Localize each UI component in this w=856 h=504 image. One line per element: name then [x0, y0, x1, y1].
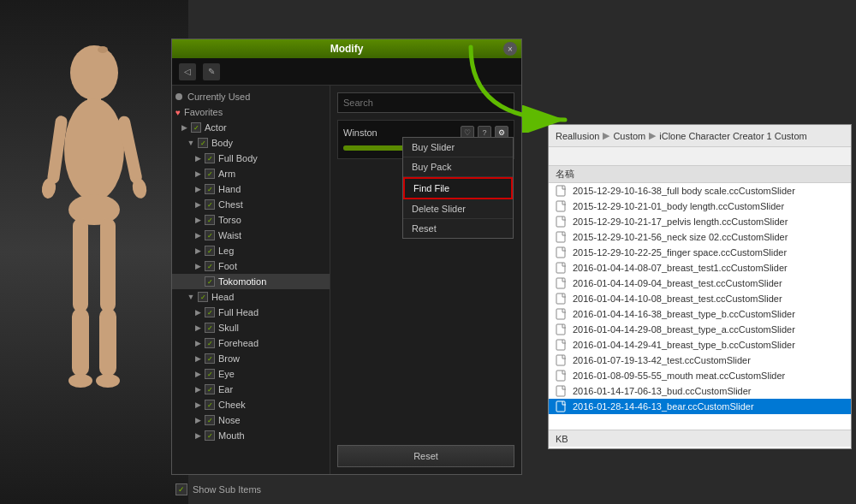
tree-hand[interactable]: ▶ ✓ Hand — [172, 181, 330, 197]
file-item[interactable]: 2015-12-29-10-22-25_finger space.ccCusto… — [549, 245, 851, 260]
expand-tokomotion[interactable] — [193, 276, 203, 287]
reset-button[interactable]: Reset — [337, 445, 514, 467]
file-list[interactable]: 2015-12-29-10-16-38_full body scale.ccCu… — [549, 183, 851, 430]
currently-used-item[interactable]: Currently Used — [172, 89, 330, 104]
checkbox-nose[interactable]: ✓ — [205, 415, 215, 425]
svg-rect-11 — [100, 218, 116, 312]
expand-full-body[interactable]: ▶ — [193, 153, 203, 163]
favorites-item[interactable]: ♥ Favorites — [172, 104, 330, 120]
tree-arm[interactable]: ▶ ✓ Arm — [172, 166, 330, 181]
cheek-label: Cheek — [218, 400, 326, 410]
file-item[interactable]: 2016-01-07-19-13-42_test.ccCustomSlider — [549, 353, 851, 368]
find-file-item[interactable]: Find File — [403, 177, 513, 199]
back-icon[interactable]: ◁ — [179, 63, 196, 80]
tree-eye[interactable]: ▶ ✓ Eye — [172, 366, 330, 382]
expand-eye[interactable]: ▶ — [193, 369, 203, 379]
tree-chest[interactable]: ▶ ✓ Chest — [172, 197, 330, 212]
file-item[interactable]: 2015-12-29-10-16-38_full body scale.ccCu… — [549, 183, 851, 199]
checkbox-head[interactable]: ✓ — [198, 292, 208, 302]
tree-actor[interactable]: ▶ ✓ Actor — [172, 120, 330, 135]
svg-rect-28 — [556, 371, 565, 381]
checkbox-waist[interactable]: ✓ — [205, 230, 215, 240]
expand-nose[interactable]: ▶ — [193, 415, 203, 425]
checkbox-arm[interactable]: ✓ — [205, 169, 215, 179]
tree-full-body[interactable]: ▶ ✓ Full Body — [172, 151, 330, 166]
expand-skull[interactable]: ▶ — [193, 323, 203, 333]
tree-leg[interactable]: ▶ ✓ Leg — [172, 243, 330, 258]
expand-mouth[interactable]: ▶ — [193, 430, 203, 441]
tree-foot[interactable]: ▶ ✓ Foot — [172, 258, 330, 274]
tree-forehead[interactable]: ▶ ✓ Forehead — [172, 335, 330, 351]
expand-forehead[interactable]: ▶ — [193, 338, 203, 348]
checkbox-brow[interactable]: ✓ — [205, 353, 215, 364]
file-item[interactable]: 2016-01-04-14-29-08_breast_type_a.ccCust… — [549, 322, 851, 337]
file-item[interactable]: 2016-01-14-17-06-13_bud.ccCustomSlider — [549, 383, 851, 399]
expand-foot[interactable]: ▶ — [193, 261, 203, 271]
tree-waist[interactable]: ▶ ✓ Waist — [172, 228, 330, 243]
checkbox-chest[interactable]: ✓ — [205, 199, 215, 210]
checkbox-leg[interactable]: ✓ — [205, 246, 215, 256]
file-item[interactable]: 2015-12-29-10-21-56_neck size 02.ccCusto… — [549, 229, 851, 245]
file-icon — [556, 185, 568, 197]
file-item[interactable]: 2016-01-04-14-29-41_breast_type_b.ccCust… — [549, 337, 851, 353]
tree-head[interactable]: ▼ ✓ Head — [172, 289, 330, 305]
expand-arm[interactable]: ▶ — [193, 169, 203, 179]
expand-ear[interactable]: ▶ — [193, 384, 203, 394]
tree-mouth[interactable]: ▶ ✓ Mouth — [172, 428, 330, 443]
checkbox-hand[interactable]: ✓ — [205, 184, 215, 194]
file-item[interactable]: 2016-01-08-09-55-55_mouth meat.ccCustomS… — [549, 368, 851, 383]
checkbox-foot[interactable]: ✓ — [205, 261, 215, 271]
svg-point-14 — [98, 46, 108, 53]
checkbox-ear[interactable]: ✓ — [205, 384, 215, 394]
expand-chest[interactable]: ▶ — [193, 199, 203, 210]
checkbox-forehead[interactable]: ✓ — [205, 338, 215, 348]
file-name-label: 2016-01-04-14-10-08_breast_test.ccCustom… — [573, 294, 782, 304]
checkbox-mouth[interactable]: ✓ — [205, 430, 215, 441]
file-item[interactable]: 2016-01-04-14-16-38_breast_type_b.ccCust… — [549, 306, 851, 322]
checkbox-skull[interactable]: ✓ — [205, 323, 215, 333]
checkbox-torso[interactable]: ✓ — [205, 215, 215, 225]
expand-body[interactable]: ▼ — [186, 138, 196, 148]
tree-nose[interactable]: ▶ ✓ Nose — [172, 412, 330, 428]
checkbox-cheek[interactable]: ✓ — [205, 400, 215, 410]
tree-torso[interactable]: ▶ ✓ Torso — [172, 212, 330, 228]
checkbox-body[interactable]: ✓ — [198, 138, 208, 148]
tree-cheek[interactable]: ▶ ✓ Cheek — [172, 397, 330, 412]
buy-pack-item[interactable]: Buy Pack — [403, 157, 513, 177]
expand-full-head[interactable]: ▶ — [193, 307, 203, 317]
show-sub-items-checkbox[interactable]: ✓ — [175, 483, 187, 495]
tree-tokomotion[interactable]: ✓ Tokomotion — [172, 274, 330, 289]
expand-cheek[interactable]: ▶ — [193, 400, 203, 410]
tree-full-head[interactable]: ▶ ✓ Full Head — [172, 305, 330, 320]
file-item[interactable]: 2016-01-04-14-09-04_breast_test.ccCustom… — [549, 276, 851, 291]
edit-icon[interactable]: ✎ — [203, 63, 220, 80]
tree-skull[interactable]: ▶ ✓ Skull — [172, 320, 330, 335]
file-item[interactable]: 2015-12-29-10-21-17_pelvis length.ccCust… — [549, 214, 851, 229]
expand-waist[interactable]: ▶ — [193, 230, 203, 240]
buy-slider-item[interactable]: Buy Slider — [403, 138, 513, 157]
svg-rect-18 — [556, 216, 565, 227]
file-item[interactable]: 2016-01-04-14-10-08_breast_test.ccCustom… — [549, 291, 851, 306]
delete-slider-item[interactable]: Delete Slider — [403, 199, 513, 219]
full-head-label: Full Head — [218, 307, 326, 317]
file-item[interactable]: 2016-01-28-14-46-13_bear.ccCustomSlider — [549, 399, 851, 414]
tree-body[interactable]: ▼ ✓ Body — [172, 135, 330, 151]
file-icon — [556, 385, 568, 397]
checkbox-full-body[interactable]: ✓ — [205, 153, 215, 163]
tree-brow[interactable]: ▶ ✓ Brow — [172, 351, 330, 366]
checkbox-eye[interactable]: ✓ — [205, 369, 215, 379]
expand-head[interactable]: ▼ — [186, 292, 196, 302]
tree-ear[interactable]: ▶ ✓ Ear — [172, 382, 330, 397]
context-reset-item[interactable]: Reset — [403, 219, 513, 238]
expand-brow[interactable]: ▶ — [193, 353, 203, 364]
expand-torso[interactable]: ▶ — [193, 215, 203, 225]
checkbox-full-head[interactable]: ✓ — [205, 307, 215, 317]
file-item[interactable]: 2015-12-29-10-21-01_body length.ccCustom… — [549, 199, 851, 214]
expand-hand[interactable]: ▶ — [193, 184, 203, 194]
expand-leg[interactable]: ▶ — [193, 246, 203, 256]
checkbox-actor[interactable]: ✓ — [191, 122, 201, 133]
leg-label: Leg — [218, 246, 326, 256]
expand-actor[interactable]: ▶ — [179, 122, 189, 133]
file-item[interactable]: 2016-01-04-14-08-07_breast_test1.ccCusto… — [549, 260, 851, 276]
checkbox-tokomotion[interactable]: ✓ — [205, 276, 215, 287]
